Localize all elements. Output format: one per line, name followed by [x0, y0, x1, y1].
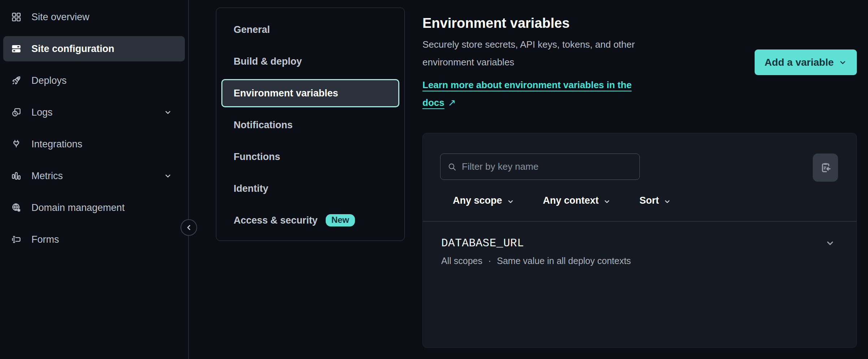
sidebar-item-label: Deploys — [31, 75, 67, 86]
sidebar-item-metrics[interactable]: Metrics — [3, 163, 185, 189]
logs-icon — [11, 107, 21, 117]
sidebar-item-integrations[interactable]: Integrations — [3, 131, 185, 157]
sidebar-item-label: Forms — [31, 234, 59, 245]
variable-scope: All scopes — [441, 256, 482, 266]
chevron-down-icon — [164, 108, 172, 116]
configuration-subnav: General Build & deploy Environment varia… — [216, 8, 405, 241]
page-description: Securely store secrets, API keys, tokens… — [422, 36, 686, 71]
sidebar-item-site-overview[interactable]: Site overview — [3, 4, 185, 30]
subnav-item-label: Build & deploy — [234, 56, 302, 67]
filter-row: Any scope Any context Sort — [453, 195, 856, 206]
main-content: Environment variables Securely store sec… — [422, 0, 857, 112]
scope-filter-label: Any scope — [453, 195, 502, 206]
rocket-icon — [11, 75, 21, 86]
search-icon — [448, 163, 456, 171]
sidebar-item-logs[interactable]: Logs — [3, 100, 185, 125]
sort-label: Sort — [639, 195, 659, 206]
scope-filter-dropdown[interactable]: Any scope — [453, 195, 514, 206]
import-variables-icon — [820, 162, 831, 173]
sidebar-item-label: Domain management — [31, 202, 125, 213]
docs-link-text: Learn more about environment variables i… — [422, 79, 632, 90]
plug-icon — [11, 139, 21, 149]
search-box — [440, 153, 640, 180]
grid-icon — [11, 12, 21, 22]
context-filter-dropdown[interactable]: Any context — [543, 195, 611, 206]
sidebar: Site overview Site configuration — [0, 0, 189, 359]
external-link-arrow: ↗ — [448, 94, 456, 112]
subnav-item-access-security[interactable]: Access & security New — [221, 204, 399, 236]
sort-dropdown[interactable]: Sort — [639, 195, 671, 206]
variable-context: Same value in all deploy contexts — [497, 256, 631, 266]
chevron-down-icon — [603, 198, 611, 205]
new-badge: New — [326, 214, 355, 226]
sidebar-item-label: Logs — [31, 107, 53, 118]
subnav-item-functions[interactable]: Functions — [221, 141, 399, 173]
chevron-down-icon — [507, 198, 514, 205]
expand-variable-chevron-icon[interactable] — [825, 238, 835, 248]
add-variable-label: Add a variable — [765, 57, 834, 68]
variable-key: DATABASE_URL — [441, 237, 834, 250]
chevron-down-icon — [664, 198, 671, 205]
chevron-down-icon — [164, 172, 172, 180]
sidebar-item-label: Site overview — [31, 12, 90, 23]
chevron-left-icon — [185, 223, 193, 232]
meta-separator: · — [488, 256, 491, 266]
server-icon — [11, 44, 21, 54]
subnav-item-identity[interactable]: Identity — [221, 173, 399, 204]
subnav-item-label: Environment variables — [234, 88, 338, 99]
page-description-line: environment variables — [422, 53, 686, 71]
subnav-item-label: General — [234, 24, 270, 35]
page-description-line: Securely store secrets, API keys, tokens… — [422, 36, 686, 53]
sidebar-item-label: Site configuration — [31, 43, 114, 55]
docs-link-text: docs — [422, 97, 444, 108]
variable-meta: All scopes · Same value in all deploy co… — [441, 256, 834, 266]
sidebar-item-domain-management[interactable]: Domain management — [3, 195, 185, 220]
sidebar-item-site-configuration[interactable]: Site configuration — [3, 36, 185, 61]
site-settings-page: Site overview Site configuration — [0, 0, 868, 359]
subnav-item-label: Identity — [234, 183, 268, 194]
form-input-icon — [11, 234, 21, 245]
subnav-item-build-deploy[interactable]: Build & deploy — [221, 46, 399, 77]
sidebar-item-forms[interactable]: Forms — [3, 227, 185, 252]
add-variable-button[interactable]: Add a variable — [755, 49, 857, 75]
context-filter-label: Any context — [543, 195, 599, 206]
variable-row-database-url[interactable]: DATABASE_URL All scopes · Same value in … — [423, 222, 856, 266]
sidebar-collapse-button[interactable] — [181, 219, 197, 236]
environment-variables-card: Any scope Any context Sort — [422, 133, 857, 348]
chevron-down-icon — [839, 59, 847, 66]
subnav-item-label: Functions — [234, 151, 280, 163]
page-title: Environment variables — [422, 15, 857, 31]
subnav-item-environment-variables[interactable]: Environment variables — [221, 79, 399, 107]
import-variables-button[interactable] — [813, 153, 838, 182]
subnav-item-label: Notifications — [234, 120, 293, 131]
search-row — [423, 133, 856, 182]
subnav-item-notifications[interactable]: Notifications — [221, 109, 399, 141]
subnav-item-general[interactable]: General — [221, 14, 399, 46]
subnav-item-label: Access & security — [234, 215, 318, 226]
filter-key-input[interactable] — [462, 161, 632, 172]
sidebar-item-deploys[interactable]: Deploys — [3, 68, 185, 93]
bar-chart-icon — [11, 171, 21, 181]
docs-link[interactable]: Learn more about environment variables i… — [422, 76, 697, 112]
sidebar-item-label: Integrations — [31, 139, 82, 150]
sidebar-item-label: Metrics — [31, 170, 63, 182]
globe-icon — [11, 203, 21, 213]
